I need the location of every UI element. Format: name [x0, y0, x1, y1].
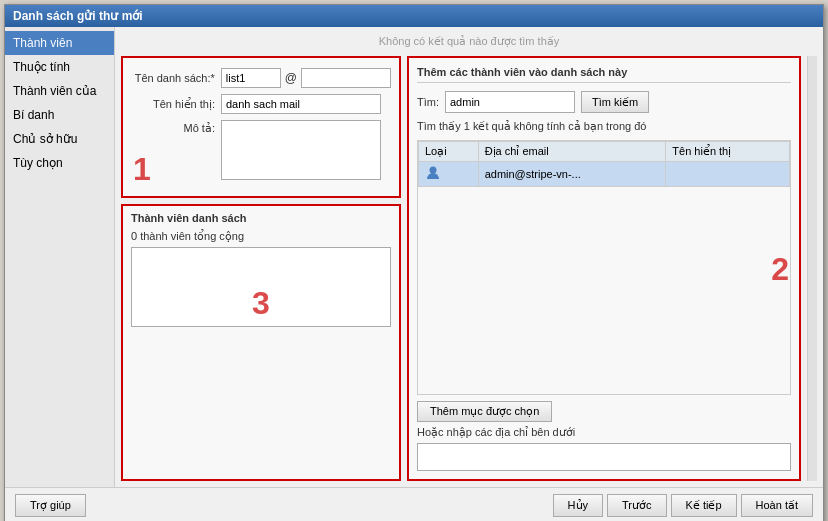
display-name-label: Tên hiển thị	[131, 98, 221, 111]
email-group: @	[221, 68, 391, 88]
table-row[interactable]: admin@stripe-vn-...	[419, 162, 790, 187]
or-label: Hoặc nhập các địa chỉ bên dưới	[417, 426, 791, 439]
form-section-number: 1	[133, 151, 151, 188]
dialog-footer: Trợ giúp Hủy Trước Kế tiếp Hoàn tất	[5, 487, 823, 521]
search-row: Tìm: Tìm kiếm	[417, 91, 791, 113]
sidebar-item-thuoc-tinh[interactable]: Thuộc tính	[5, 55, 114, 79]
display-name-row: Tên hiển thị	[131, 94, 391, 114]
footer-right: Hủy Trước Kế tiếp Hoàn tất	[553, 494, 813, 517]
list-name-label: Tên danh sách:*	[131, 72, 221, 84]
right-panel: Thêm các thành viên vào danh sách này Tì…	[407, 56, 801, 481]
footer-left: Trợ giúp	[15, 494, 86, 517]
domain-input[interactable]	[301, 68, 391, 88]
display-name-input[interactable]	[221, 94, 381, 114]
search-result-text: Tìm thấy 1 kết quả không tính cả bạn tro…	[417, 119, 791, 134]
dialog-titlebar: Danh sách gửi thư mới	[5, 5, 823, 27]
bulk-email-input[interactable]	[417, 443, 791, 471]
right-panel-title: Thêm các thành viên vào danh sách này	[417, 66, 791, 83]
list-name-input[interactable]	[221, 68, 281, 88]
row-email: admin@stripe-vn-...	[478, 162, 666, 187]
sidebar-item-chu-so-huu[interactable]: Chủ sở hữu	[5, 127, 114, 151]
description-textarea[interactable]	[221, 120, 381, 180]
scrollbar[interactable]	[807, 56, 817, 481]
next-button[interactable]: Kế tiếp	[671, 494, 737, 517]
col-type: Loại	[419, 142, 479, 162]
cancel-button[interactable]: Hủy	[553, 494, 603, 517]
col-display: Tên hiển thị	[666, 142, 790, 162]
members-section-number: 3	[252, 285, 270, 322]
row-type	[419, 162, 479, 187]
finish-button[interactable]: Hoàn tất	[741, 494, 813, 517]
help-button[interactable]: Trợ giúp	[15, 494, 86, 517]
sidebar-item-tuy-chon[interactable]: Tùy chọn	[5, 151, 114, 175]
list-name-row: Tên danh sách:* @	[131, 68, 391, 88]
description-label: Mô tả	[131, 120, 221, 135]
form-panel: Tên danh sách:* @ Tên hiển thị	[121, 56, 401, 198]
left-panel: Tên danh sách:* @ Tên hiển thị	[121, 56, 401, 481]
svg-point-0	[430, 167, 437, 174]
members-list-box: 3	[131, 247, 391, 327]
back-button[interactable]: Trước	[607, 494, 666, 517]
main-content: Không có kết quả nào được tìm thấy Tên d…	[115, 27, 823, 487]
sidebar-item-bi-danh[interactable]: Bí danh	[5, 103, 114, 127]
members-panel: Thành viên danh sách 0 thành viên tổng c…	[121, 204, 401, 481]
top-notice: Không có kết quả nào được tìm thấy	[121, 33, 817, 50]
result-table: Loại Địa chỉ email Tên hiển thị	[418, 141, 790, 187]
content-row: Tên danh sách:* @ Tên hiển thị	[121, 56, 817, 481]
search-button[interactable]: Tìm kiếm	[581, 91, 649, 113]
sidebar: Thành viên Thuộc tính Thành viên của Bí …	[5, 27, 115, 487]
col-email: Địa chỉ email	[478, 142, 666, 162]
table-header-row: Loại Địa chỉ email Tên hiển thị	[419, 142, 790, 162]
sidebar-item-thanh-vien[interactable]: Thành viên	[5, 31, 114, 55]
result-table-wrapper: Loại Địa chỉ email Tên hiển thị	[417, 140, 791, 395]
dialog-title: Danh sách gửi thư mới	[13, 9, 143, 23]
add-selected-button[interactable]: Thêm mục được chọn	[417, 401, 552, 422]
search-input[interactable]	[445, 91, 575, 113]
search-label: Tìm:	[417, 96, 439, 108]
user-icon	[425, 165, 441, 181]
description-row: Mô tả	[131, 120, 391, 180]
main-dialog: Danh sách gửi thư mới Thành viên Thuộc t…	[4, 4, 824, 521]
bottom-section: Thêm mục được chọn Hoặc nhập các địa chỉ…	[417, 401, 791, 471]
members-panel-title: Thành viên danh sách	[131, 212, 391, 224]
sidebar-item-thanh-vien-cua[interactable]: Thành viên của	[5, 79, 114, 103]
dialog-body: Thành viên Thuộc tính Thành viên của Bí …	[5, 27, 823, 487]
row-display	[666, 162, 790, 187]
members-count: 0 thành viên tổng cộng	[131, 230, 391, 243]
at-sign: @	[285, 71, 297, 85]
